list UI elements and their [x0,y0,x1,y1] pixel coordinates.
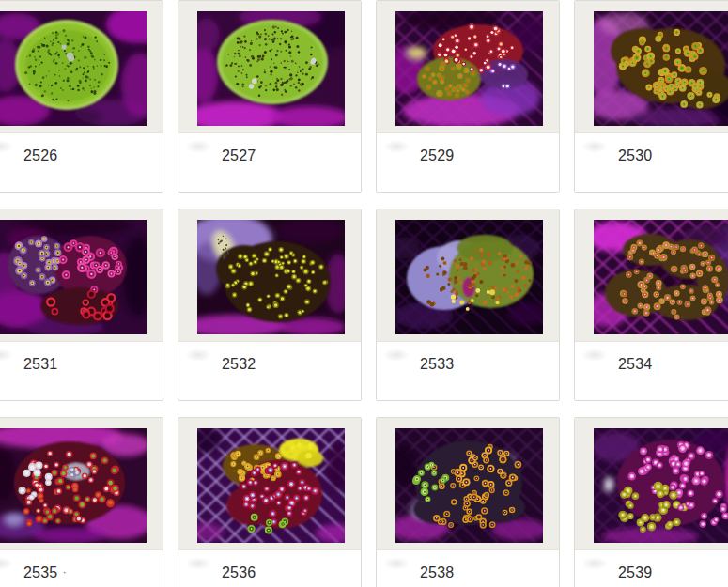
gallery-card[interactable]: 2536 [178,417,362,587]
photo-id-label: 2530 [618,147,652,163]
thumbnail-frame [178,1,361,133]
photo-id-label: 2536 [222,564,256,580]
caption-shadow-artifact [383,557,410,570]
gallery-viewport: 2526 2527 2529 2530 [0,0,728,587]
photo-id-label: 2526 [23,147,57,163]
thumbnail-frame [0,209,163,342]
gallery-card[interactable]: 2535· [0,417,163,587]
caption-shadow-artifact [581,348,608,362]
thumbnail-frame [178,418,361,550]
caption-shadow-artifact [581,140,608,153]
caption-area: 2532 [178,342,361,400]
gallery-card[interactable]: 2534 [574,209,728,401]
coral-photo-thumbnail[interactable] [395,11,543,126]
photo-id-suffix: · [62,564,66,579]
photo-id-label: 2539 [618,564,652,580]
caption-area: 2533 [377,342,559,400]
caption-area: 2534 [575,342,728,400]
photo-id-label: 2534 [618,356,652,372]
coral-photo-thumbnail[interactable] [0,428,147,543]
gallery-card[interactable]: 2526 [0,0,163,193]
thumbnail-frame [575,418,728,550]
coral-photo-thumbnail[interactable] [197,11,345,126]
gallery-card[interactable]: 2538 [376,417,560,587]
gallery-grid: 2526 2527 2529 2530 [0,0,728,587]
gallery-card[interactable]: 2531 [0,209,163,401]
photo-id-label: 2529 [420,147,454,163]
photo-id-label: 2527 [222,147,256,163]
caption-area: 2538 [377,550,559,587]
thumbnail-frame [575,1,728,133]
coral-photo-thumbnail[interactable] [0,11,147,126]
caption-shadow-artifact [185,557,211,570]
thumbnail-frame [575,209,728,342]
thumbnail-frame [377,209,559,342]
caption-area: 2530 [575,133,728,192]
thumbnail-frame [0,418,163,550]
caption-area: 2539 [575,550,728,587]
caption-shadow-artifact [185,140,211,153]
photo-id-label: 2532 [222,356,256,372]
coral-photo-thumbnail[interactable] [594,428,728,543]
caption-shadow-artifact [185,348,211,362]
gallery-card[interactable]: 2533 [376,209,560,401]
photo-id-label: 2538 [420,564,454,580]
caption-area: 2536 [178,550,361,587]
caption-shadow-artifact [0,348,13,362]
thumbnail-frame [0,1,163,133]
gallery-card[interactable]: 2529 [376,0,560,193]
coral-photo-thumbnail[interactable] [395,428,543,543]
caption-area: 2527 [178,133,361,192]
gallery-card[interactable]: 2532 [178,209,362,401]
coral-photo-thumbnail[interactable] [395,220,543,334]
thumbnail-frame [377,1,559,133]
thumbnail-frame [178,209,361,342]
caption-area: 2526 [0,133,163,192]
photo-id-label: 2533 [420,356,454,372]
gallery-card[interactable]: 2527 [178,0,362,193]
thumbnail-frame [377,418,559,550]
coral-photo-thumbnail[interactable] [594,220,728,334]
coral-photo-thumbnail[interactable] [0,220,147,334]
coral-photo-thumbnail[interactable] [197,220,345,334]
caption-shadow-artifact [383,140,410,153]
photo-id-label: 2531 [23,356,57,372]
gallery-card[interactable]: 2530 [574,0,728,193]
gallery-card[interactable]: 2539 [574,417,728,587]
caption-shadow-artifact [0,140,13,153]
caption-shadow-artifact [383,348,410,362]
caption-area: 2529 [377,133,559,192]
coral-photo-thumbnail[interactable] [594,11,728,126]
caption-shadow-artifact [581,557,608,570]
photo-id-label: 2535 [23,564,57,580]
caption-area: 2531 [0,342,163,400]
caption-area: 2535· [0,550,163,587]
coral-photo-thumbnail[interactable] [197,428,345,543]
caption-shadow-artifact [0,557,13,570]
